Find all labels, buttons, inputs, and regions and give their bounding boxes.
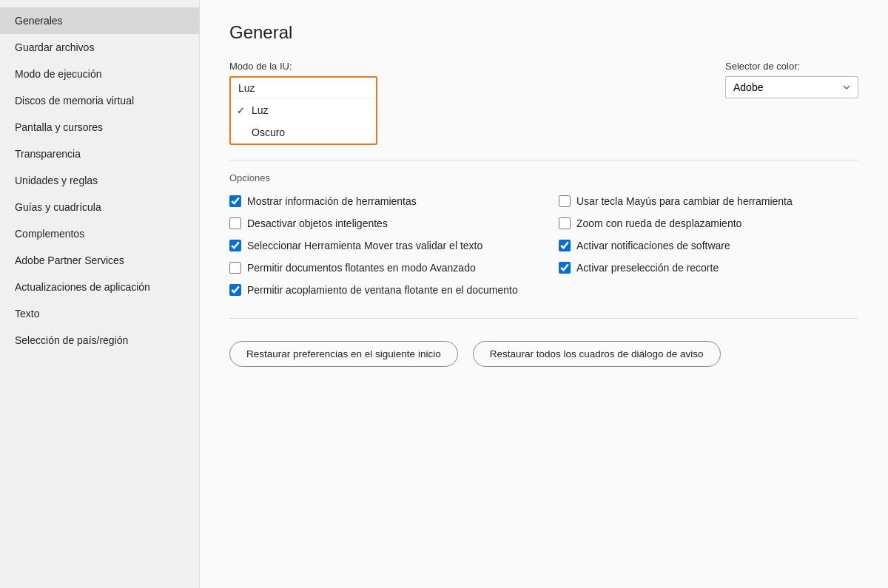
- ui-mode-label: Modo de la IU:: [229, 61, 377, 72]
- dropdown-options-list: LuzOscuro: [231, 98, 376, 143]
- checkbox-cb2[interactable]: [229, 217, 241, 229]
- dropdown-option-luz[interactable]: Luz: [231, 99, 376, 121]
- options-grid: Mostrar información de herramientasDesac…: [229, 195, 858, 296]
- dropdown-selected-value[interactable]: Luz: [231, 78, 376, 98]
- color-selector-group: Selector de color: AdobeNativo: [725, 61, 858, 98]
- sidebar: GeneralesGuardar archivosModo de ejecuci…: [0, 0, 200, 588]
- sidebar-item-modo-ejecucion[interactable]: Modo de ejecución: [0, 61, 199, 87]
- sidebar-item-seleccion-pais[interactable]: Selección de país/región: [0, 327, 199, 354]
- checkbox-item-cb9[interactable]: Activar preselección de recorte: [559, 262, 858, 274]
- checkbox-cb4[interactable]: [229, 262, 241, 274]
- checkbox-cb6[interactable]: [559, 195, 571, 207]
- sidebar-item-discos-memoria[interactable]: Discos de memoria virtual: [0, 87, 199, 114]
- page-title: General: [229, 22, 858, 43]
- header-row: Modo de la IU: Luz LuzOscuro Selector de…: [229, 61, 858, 145]
- options-label: Opciones: [229, 172, 858, 183]
- sidebar-item-generales[interactable]: Generales: [0, 7, 199, 34]
- checkbox-cb3[interactable]: [229, 240, 241, 251]
- restore-prefs-button[interactable]: Restaurar preferencias en el siguiente i…: [229, 341, 458, 367]
- checkbox-cb5[interactable]: [229, 284, 241, 296]
- sidebar-item-complementos[interactable]: Complementos: [0, 220, 199, 247]
- separator-2: [229, 318, 858, 319]
- checkbox-item-cb1[interactable]: Mostrar información de herramientas: [229, 195, 529, 207]
- checkbox-cb9[interactable]: [559, 262, 571, 274]
- sidebar-item-texto[interactable]: Texto: [0, 300, 199, 327]
- checkbox-item-cb8[interactable]: Activar notificaciones de software: [559, 240, 858, 251]
- checkbox-item-cb3[interactable]: Seleccionar Herramienta Mover tras valid…: [229, 240, 529, 251]
- separator-1: [229, 160, 858, 160]
- checkbox-item-cb6[interactable]: Usar tecla Mayús para cambiar de herrami…: [559, 195, 858, 207]
- sidebar-item-transparencia[interactable]: Transparencia: [0, 141, 199, 167]
- ui-mode-dropdown[interactable]: Luz LuzOscuro: [229, 76, 377, 145]
- main-content: General Modo de la IU: Luz LuzOscuro Sel…: [200, 0, 888, 588]
- sidebar-item-guardar-archivos[interactable]: Guardar archivos: [0, 34, 199, 61]
- checkboxes-left-col: Mostrar información de herramientasDesac…: [229, 195, 529, 296]
- checkbox-item-cb4[interactable]: Permitir documentos flotantes en modo Av…: [229, 262, 529, 274]
- sidebar-item-guias-cuadricula[interactable]: Guías y cuadrícula: [0, 194, 199, 220]
- checkbox-cb8[interactable]: [559, 240, 571, 251]
- checkbox-item-cb7[interactable]: Zoom con rueda de desplazamiento: [559, 217, 858, 229]
- sidebar-item-pantalla-cursores[interactable]: Pantalla y cursores: [0, 114, 199, 141]
- checkbox-item-cb5[interactable]: Permitir acoplamiento de ventana flotant…: [229, 284, 529, 296]
- sidebar-item-adobe-partner[interactable]: Adobe Partner Services: [0, 247, 199, 274]
- sidebar-item-actualizaciones[interactable]: Actualizaciones de aplicación: [0, 274, 199, 300]
- color-selector-select[interactable]: AdobeNativo: [725, 76, 858, 98]
- checkbox-cb7[interactable]: [559, 217, 571, 229]
- ui-mode-group: Modo de la IU: Luz LuzOscuro: [229, 61, 377, 145]
- color-selector-label: Selector de color:: [725, 61, 858, 72]
- checkbox-cb1[interactable]: [229, 195, 241, 207]
- sidebar-item-unidades-reglas[interactable]: Unidades y reglas: [0, 167, 199, 194]
- buttons-row: Restaurar preferencias en el siguiente i…: [229, 341, 858, 367]
- restore-dialogs-button[interactable]: Restaurar todos los cuadros de diálogo d…: [473, 341, 721, 367]
- checkbox-item-cb2[interactable]: Desactivar objetos inteligentes: [229, 217, 529, 229]
- checkboxes-right-col: Usar tecla Mayús para cambiar de herrami…: [559, 195, 858, 296]
- dropdown-option-oscuro[interactable]: Oscuro: [231, 121, 376, 143]
